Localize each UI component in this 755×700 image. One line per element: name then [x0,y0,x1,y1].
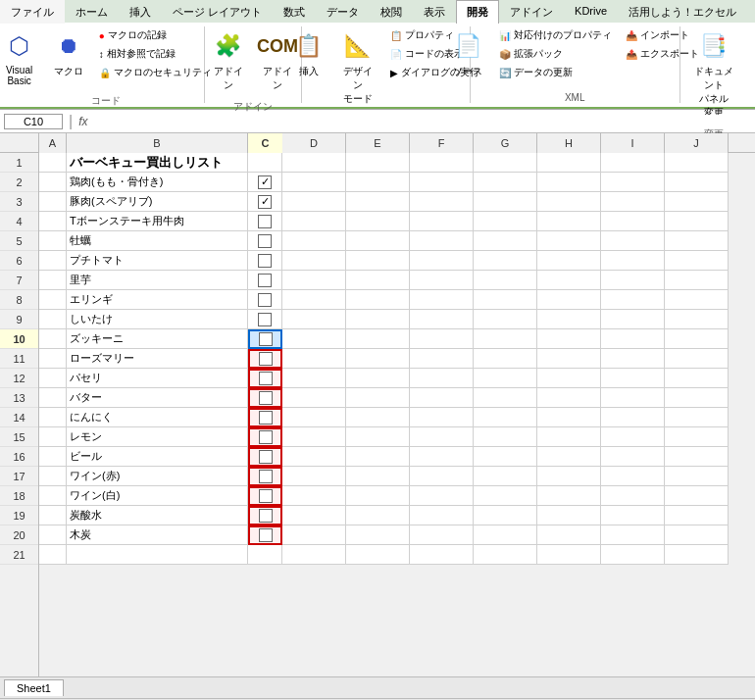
cell-i11[interactable] [601,349,665,369]
row-num-10[interactable]: 10 [0,329,38,349]
row-num-11[interactable]: 11 [0,349,38,369]
cell-j9[interactable] [665,310,729,329]
tab-view[interactable]: 表示 [413,0,456,24]
row-num-15[interactable]: 15 [0,427,38,447]
cell-b21[interactable] [67,545,248,565]
cell-f13[interactable] [410,388,474,408]
cell-b2[interactable]: 鶏肉(もも・骨付き) [67,173,248,192]
cell-i3[interactable] [601,192,665,212]
col-header-d[interactable]: D [282,133,346,153]
cell-h15[interactable] [537,427,601,447]
tab-file[interactable]: ファイル [0,0,65,24]
tab-insert[interactable]: 挿入 [119,0,162,24]
expand-pack-button[interactable]: 📦 拡張パック [494,45,568,63]
col-header-e[interactable]: E [346,133,410,153]
doc-panel-button[interactable]: 📑 ドキュメントパネル変更 [686,26,741,124]
row-num-8[interactable]: 8 [0,290,38,310]
cell-j20[interactable] [665,525,729,545]
col-header-i[interactable]: I [601,133,665,153]
cell-a16[interactable] [39,447,67,467]
col-header-g[interactable]: G [474,133,537,153]
cell-c19[interactable] [248,506,282,525]
cell-j1[interactable] [665,153,729,173]
cell-h21[interactable] [537,545,601,565]
cell-i15[interactable] [601,427,665,447]
cell-f21[interactable] [410,545,474,565]
cell-h19[interactable] [537,506,601,525]
cell-c7[interactable] [248,271,282,290]
cell-f7[interactable] [410,271,474,290]
cell-h6[interactable] [537,251,601,271]
checkbox-unchecked-13[interactable] [259,391,273,405]
cell-a18[interactable] [39,486,67,506]
cell-i2[interactable] [601,173,665,192]
cell-j18[interactable] [665,486,729,506]
cell-g1[interactable] [474,153,537,173]
cell-e19[interactable] [346,506,410,525]
cell-g12[interactable] [474,369,537,388]
cell-j14[interactable] [665,408,729,427]
cell-i14[interactable] [601,408,665,427]
cell-a8[interactable] [39,290,67,310]
cell-a21[interactable] [39,545,67,565]
cell-a1[interactable] [39,153,67,173]
cell-a9[interactable] [39,310,67,329]
cell-b3[interactable]: 豚肉(スペアリブ) [67,192,248,212]
cell-d7[interactable] [282,271,346,290]
cell-a14[interactable] [39,408,67,427]
cell-f11[interactable] [410,349,474,369]
cell-d16[interactable] [282,447,346,467]
row-num-19[interactable]: 19 [0,506,38,525]
cell-h11[interactable] [537,349,601,369]
refresh-data-button[interactable]: 🔄 データの更新 [494,64,578,81]
cell-e3[interactable] [346,192,410,212]
cell-g13[interactable] [474,388,537,408]
cell-d11[interactable] [282,349,346,369]
cell-i10[interactable] [601,329,665,349]
addin-button[interactable]: 🧩 アドイン [206,26,251,96]
cell-a12[interactable] [39,369,67,388]
cell-h2[interactable] [537,173,601,192]
cell-b17[interactable]: ワイン(赤) [67,467,248,486]
col-header-j[interactable]: J [665,133,729,153]
cell-g17[interactable] [474,467,537,486]
formula-input[interactable] [92,115,752,128]
cell-a6[interactable] [39,251,67,271]
checkbox-unchecked-12[interactable] [259,372,273,385]
cell-e17[interactable] [346,467,410,486]
row-num-20[interactable]: 20 [0,525,38,545]
row-num-9[interactable]: 9 [0,310,38,329]
checkbox-unchecked-7[interactable] [258,274,272,287]
cell-f10[interactable] [410,329,474,349]
cell-h3[interactable] [537,192,601,212]
cell-g19[interactable] [474,506,537,525]
cell-h20[interactable] [537,525,601,545]
cell-h14[interactable] [537,408,601,427]
cell-c17[interactable] [248,467,282,486]
cell-e5[interactable] [346,231,410,251]
cell-g15[interactable] [474,427,537,447]
cell-c12[interactable] [248,369,282,388]
cell-e16[interactable] [346,447,410,467]
cell-b20[interactable]: 木炭 [67,525,248,545]
cell-e10[interactable] [346,329,410,349]
cell-c11[interactable] [248,349,282,369]
cell-j16[interactable] [665,447,729,467]
cell-c6[interactable] [248,251,282,271]
visual-basic-button[interactable]: ⬡ Visual Basic [0,26,43,90]
row-num-16[interactable]: 16 [0,447,38,467]
row-num-13[interactable]: 13 [0,388,38,408]
cell-e12[interactable] [346,369,410,388]
checkbox-unchecked-14[interactable] [259,411,273,425]
cell-g14[interactable] [474,408,537,427]
cell-f17[interactable] [410,467,474,486]
cell-i12[interactable] [601,369,665,388]
cell-h13[interactable] [537,388,601,408]
cell-d15[interactable] [282,427,346,447]
cell-h10[interactable] [537,329,601,349]
cell-f2[interactable] [410,173,474,192]
cell-b14[interactable]: にんにく [67,408,248,427]
cell-j13[interactable] [665,388,729,408]
cell-a19[interactable] [39,506,67,525]
col-header-h[interactable]: H [537,133,601,153]
